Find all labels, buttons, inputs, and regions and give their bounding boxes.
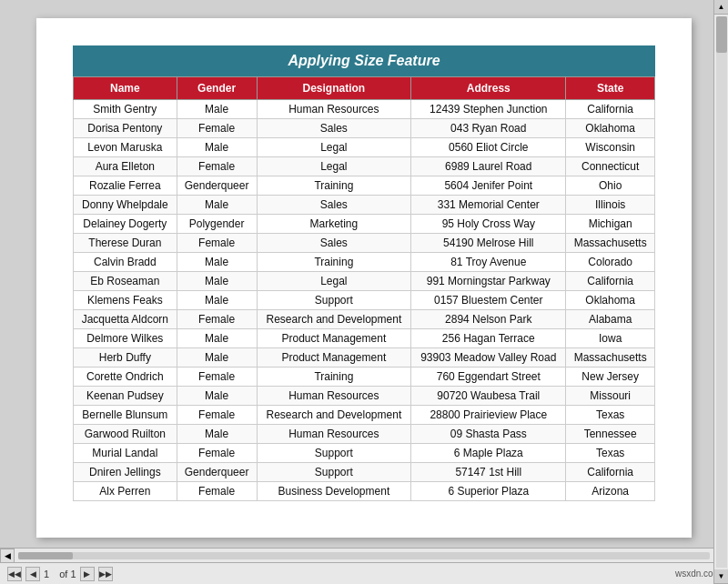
app-window: ▲ ▼ Applying Size Feature NameGenderDesi… [0,0,728,584]
cell-gender: Female [177,310,257,329]
cell-gender: Male [177,196,257,215]
cell-designation: Legal [257,157,411,176]
cell-address: 760 Eggendart Street [411,368,566,387]
horizontal-scrollbar[interactable]: ◀ ▶ [0,548,728,562]
table-row: Herb DuffyMaleProduct Management93903 Me… [74,348,655,368]
table-row: Murial LandalFemaleSupport6 Maple PlazaT… [74,444,655,463]
cell-address: 0157 Bluestem Center [411,291,566,310]
table-row: Corette OndrichFemaleTraining760 Eggenda… [74,368,655,387]
cell-gender: Male [177,329,257,348]
table-body: Smith GentryMaleHuman Resources12439 Ste… [74,100,655,501]
cell-gender: Male [177,100,257,119]
scroll-left-btn[interactable]: ◀ [0,549,15,563]
page-area: Applying Size Feature NameGenderDesignat… [0,0,728,548]
scroll-up-btn[interactable]: ▲ [714,0,729,15]
cell-state: New Jersey [566,368,655,387]
cell-gender: Male [177,272,257,291]
cell-designation: Training [257,176,411,196]
cell-state: California [566,100,655,119]
cell-gender: Male [177,425,257,444]
table-row: Delmore WilkesMaleProduct Management256 … [74,329,655,348]
cell-address: 93903 Meadow Valley Road [411,348,566,368]
table-row: Garwood RuiltonMaleHuman Resources09 Sha… [74,425,655,444]
cell-state: Ohio [566,176,655,196]
cell-state: Michigan [566,215,655,234]
first-page-btn[interactable]: ◀◀ [7,567,22,581]
cell-state: Tennessee [566,425,655,444]
cell-state: Colorado [566,253,655,272]
cell-state: California [566,272,655,291]
prev-page-btn[interactable]: ◀ [25,567,40,581]
cell-state: Illinois [566,196,655,215]
cell-designation: Business Development [257,482,411,501]
table-row: Klemens FeaksMaleSupport0157 Bluestem Ce… [74,291,655,310]
column-header-gender: Gender [177,77,257,100]
total-pages: of 1 [59,569,76,579]
cell-designation: Research and Development [257,310,411,329]
cell-gender: Female [177,406,257,425]
scroll-down-btn[interactable]: ▼ [714,569,729,584]
cell-gender: Genderqueer [177,176,257,196]
current-page: 1 [44,569,49,579]
cell-name: Dorisa Pentony [74,119,177,138]
vertical-scrollbar[interactable]: ▲ ▼ [713,0,728,584]
next-page-btn[interactable]: ▶ [80,567,95,581]
table-row: Donny WhelpdaleMaleSales331 Memorial Cen… [74,196,655,215]
cell-gender: Male [177,291,257,310]
table-row: Alx PerrenFemaleBusiness Development6 Su… [74,482,655,501]
column-header-address: Address [411,77,566,100]
cell-designation: Legal [257,138,411,157]
cell-designation: Support [257,463,411,482]
cell-name: Aura Elleton [74,157,177,176]
cell-state: Iowa [566,329,655,348]
column-header-state: State [566,77,655,100]
cell-name: Calvin Bradd [74,253,177,272]
cell-gender: Female [177,234,257,253]
table-row: Bernelle BlunsumFemaleResearch and Devel… [74,406,655,425]
h-scroll-thumb[interactable] [18,552,73,559]
scroll-thumb-v[interactable] [716,16,727,53]
status-bar: ◀◀ ◀ 1 of 1 ▶ ▶▶ wsxdn.com [0,562,728,584]
page-navigation[interactable]: ◀◀ ◀ 1 of 1 ▶ ▶▶ [7,567,113,581]
cell-name: Donny Whelpdale [74,196,177,215]
cell-address: 6 Superior Plaza [411,482,566,501]
data-table: NameGenderDesignationAddressState Smith … [73,76,655,501]
cell-address: 256 Hagan Terrace [411,329,566,348]
cell-address: 6 Maple Plaza [411,444,566,463]
cell-address: 90720 Waubesa Trail [411,387,566,406]
cell-address: 5604 Jenifer Point [411,176,566,196]
cell-gender: Male [177,387,257,406]
cell-designation: Support [257,444,411,463]
cell-gender: Female [177,119,257,138]
cell-designation: Support [257,291,411,310]
cell-designation: Human Resources [257,100,411,119]
cell-name: Levon Maruska [74,138,177,157]
cell-state: Oklahoma [566,119,655,138]
cell-name: Murial Landal [74,444,177,463]
table-row: Keenan PudseyMaleHuman Resources90720 Wa… [74,387,655,406]
cell-state: Texas [566,406,655,425]
cell-designation: Human Resources [257,425,411,444]
cell-address: 6989 Laurel Road [411,157,566,176]
cell-gender: Male [177,348,257,368]
column-header-name: Name [74,77,177,100]
cell-state: Massachusetts [566,348,655,368]
cell-address: 2894 Nelson Park [411,310,566,329]
cell-address: 54190 Melrose Hill [411,234,566,253]
cell-address: 043 Ryan Road [411,119,566,138]
cell-state: Massachusetts [566,234,655,253]
table-row: Dorisa PentonyFemaleSales043 Ryan RoadOk… [74,119,655,138]
last-page-btn[interactable]: ▶▶ [98,567,113,581]
document-page: Applying Size Feature NameGenderDesignat… [36,18,692,538]
table-row: Therese DuranFemaleSales54190 Melrose Hi… [74,234,655,253]
table-row: Smith GentryMaleHuman Resources12439 Ste… [74,100,655,119]
cell-designation: Research and Development [257,406,411,425]
cell-gender: Polygender [177,215,257,234]
cell-name: Alx Perren [74,482,177,501]
cell-gender: Female [177,482,257,501]
cell-name: Jacquetta Aldcorn [74,310,177,329]
cell-name: Corette Ondrich [74,368,177,387]
cell-designation: Sales [257,196,411,215]
cell-gender: Male [177,138,257,157]
page-title: Applying Size Feature [73,45,655,76]
